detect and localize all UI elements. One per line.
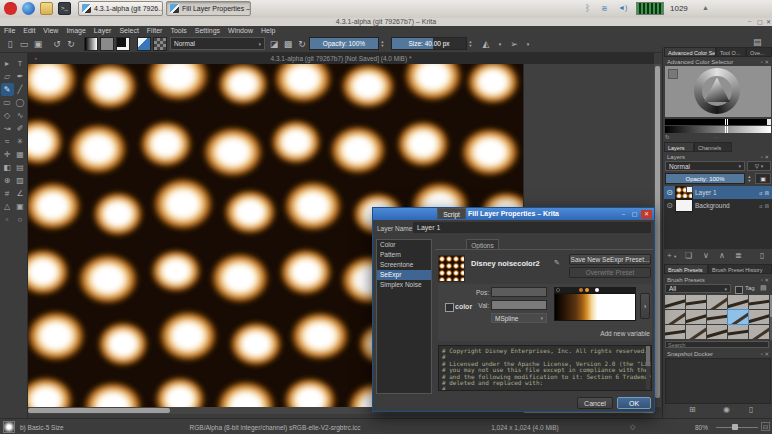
snapshot-list[interactable] <box>665 358 771 404</box>
tool-gradient[interactable]: ▤ <box>14 161 27 174</box>
menu-window[interactable]: Window <box>224 27 257 34</box>
tool-move[interactable]: ✛ <box>1 148 14 161</box>
next-variable-button[interactable]: › <box>640 293 650 319</box>
save-new-preset-button[interactable]: Save New SeExpr Preset... <box>569 254 651 265</box>
wifi-icon[interactable]: ≋ <box>601 4 608 13</box>
mirror-icon[interactable]: ◭ <box>479 37 493 51</box>
tool-measure[interactable]: ∠ <box>14 187 27 200</box>
seexpr-script-editor[interactable]: # Copyright Disney Enterprises, Inc. All… <box>438 345 652 391</box>
move-layer-up-button[interactable]: ∧ <box>719 252 725 260</box>
menu-select[interactable]: Select <box>115 27 142 34</box>
dialog-titlebar[interactable]: Fill Layer Properties – Krita <box>373 208 654 220</box>
tag-checkbox[interactable] <box>735 286 743 294</box>
float-docker-icon[interactable]: ▫ <box>761 277 763 283</box>
dialog-close-button[interactable]: ✕ <box>641 210 652 219</box>
float-docker-icon[interactable]: ▫ <box>761 154 763 160</box>
tab-channels[interactable]: Channels <box>694 142 732 152</box>
close-docker-icon[interactable]: ✕ <box>764 154 769 160</box>
gradient-stop[interactable] <box>579 288 583 292</box>
brush-size-slider[interactable]: Size: 40.00 px <box>391 37 467 50</box>
brush-editor-button[interactable] <box>137 37 151 51</box>
menu-tools[interactable]: Tools <box>166 27 190 34</box>
bluetooth-icon[interactable]: ᛒ <box>585 3 590 13</box>
save-icon[interactable]: ▣ <box>31 37 45 51</box>
size-spinner[interactable]: ▴▾ <box>467 40 474 47</box>
advanced-color-selector[interactable] <box>665 66 771 117</box>
gradient-stop[interactable] <box>556 288 560 292</box>
open-document-icon[interactable]: ▭ <box>17 37 31 51</box>
color-history-strip[interactable] <box>665 119 771 125</box>
tool-edit-shapes[interactable]: ▱ <box>1 70 14 83</box>
history-icon[interactable]: ↻ <box>665 134 670 140</box>
remove-snapshot-button[interactable]: ▯ <box>749 406 753 414</box>
eraser-mode-icon[interactable]: ◪ <box>267 37 281 51</box>
layer-thumbnail[interactable] <box>675 186 693 199</box>
brush-preset-search-input[interactable]: Search <box>665 341 769 348</box>
dialog-minimize-button[interactable]: – <box>619 210 628 219</box>
pattern-chooser[interactable] <box>100 37 114 51</box>
brush-preset-thumb[interactable] <box>686 295 706 309</box>
layers-docker-header[interactable]: Layers ▫ ✕ <box>667 153 769 161</box>
script-scrollbar[interactable] <box>646 346 650 390</box>
add-layer-chevron-icon[interactable]: ▾ <box>674 255 676 260</box>
preset-display-options-button[interactable]: ▤ <box>760 284 767 291</box>
tool-rectangle[interactable]: ▭ <box>1 96 14 109</box>
generator-pattern[interactable]: Pattern <box>377 250 431 260</box>
colorspace-label[interactable]: RGB/Alpha (8-bit integer/channel) sRGB-e… <box>150 424 400 431</box>
alpha-inherit-icon[interactable]: α <box>759 203 762 209</box>
fg-bg-color-chooser[interactable] <box>116 37 130 51</box>
lightness-strip[interactable] <box>665 126 771 133</box>
tool-fill[interactable]: ◧ <box>1 161 14 174</box>
menu-layer[interactable]: Layer <box>90 27 116 34</box>
tool-calligraphy[interactable]: ✒ <box>14 70 27 83</box>
menu-filter[interactable]: Filter <box>143 27 167 34</box>
generator-simplex-noise[interactable]: Simplex Noise <box>377 280 431 290</box>
tab-tool-options[interactable]: Tool O... <box>716 47 746 57</box>
gradient-stop[interactable] <box>595 288 599 292</box>
alpha-inherit-icon[interactable]: α <box>759 190 762 196</box>
edit-preset-name-icon[interactable]: ✎ <box>554 259 560 267</box>
window-minimize-button[interactable]: – <box>748 18 751 24</box>
create-snapshot-button[interactable]: ⊞ <box>689 406 696 414</box>
layer-opacity-spinner[interactable]: ▴▾ <box>746 173 753 184</box>
overwrite-preset-button[interactable]: Overwrite Preset <box>569 267 651 278</box>
taskbar-window-dialog[interactable]: Fill Layer Properties –... <box>166 1 251 16</box>
layer-visibility-icon[interactable]: ⊙ <box>664 189 675 197</box>
layer-name-input[interactable]: Layer 1 <box>413 222 651 233</box>
menu-file[interactable]: File <box>0 27 19 34</box>
flow-options-chevron-icon[interactable]: ▾ <box>521 37 535 51</box>
tool-multibrush[interactable]: ✳ <box>14 135 27 148</box>
mirror-options-chevron-icon[interactable]: ▾ <box>493 37 507 51</box>
browser-icon[interactable] <box>22 2 35 15</box>
menu-help[interactable]: Help <box>257 27 279 34</box>
close-docker-icon[interactable]: ✕ <box>764 351 769 357</box>
delete-layer-button[interactable]: ▯ <box>760 252 764 260</box>
alpha-lock-icon[interactable]: ⊠ <box>764 203 769 209</box>
brush-preset-filter-select[interactable]: All ▾ <box>665 284 731 293</box>
new-document-icon[interactable]: ▯ <box>3 37 17 51</box>
last-color-swatch[interactable] <box>668 69 678 79</box>
brush-preset-thumb[interactable] <box>686 325 706 339</box>
add-layer-button[interactable]: + <box>667 252 672 260</box>
file-manager-icon[interactable] <box>40 2 53 15</box>
generator-screentone[interactable]: Screentone <box>377 260 431 270</box>
tool-transform-select[interactable]: ▸ <box>1 57 14 70</box>
brush-preset-thumb[interactable] <box>665 310 685 324</box>
generator-seexpr[interactable]: SeExpr <box>377 270 431 280</box>
color-variable-checkbox[interactable] <box>445 303 454 312</box>
ok-button[interactable]: OK <box>617 397 651 409</box>
gradient-stop[interactable] <box>585 288 589 292</box>
undo-icon[interactable]: ↺ <box>50 37 64 51</box>
tool-crop[interactable]: # <box>1 187 14 200</box>
tool-assistants[interactable]: △ <box>1 200 14 213</box>
brush-preset-thumb[interactable] <box>728 325 748 339</box>
brush-preset-thumb[interactable] <box>686 310 706 324</box>
close-docker-icon[interactable]: ✕ <box>764 59 769 65</box>
preserve-alpha-icon[interactable]: ▩ <box>281 37 295 51</box>
brush-preset-thumb[interactable] <box>728 295 748 309</box>
add-new-variable-link[interactable]: Add new variable <box>558 330 650 337</box>
generator-color[interactable]: Color <box>377 240 431 250</box>
tab-brush-preset-history[interactable]: Brush Preset History <box>708 264 772 274</box>
tool-line[interactable]: ╱ <box>14 83 27 96</box>
tool-rect-select[interactable]: ▫ <box>1 213 14 226</box>
